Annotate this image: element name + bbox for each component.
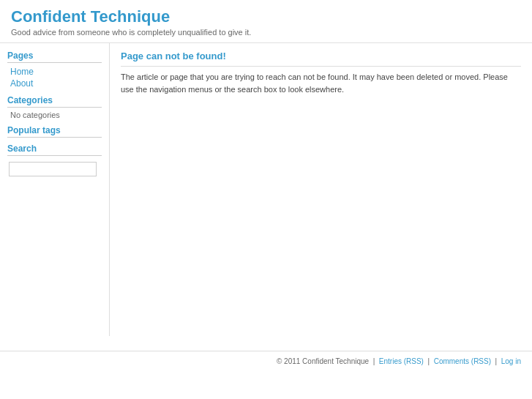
sidebar-categories-heading: Categories — [7, 95, 102, 108]
sidebar-item-home[interactable]: Home — [10, 66, 102, 78]
sidebar-search-heading: Search — [7, 143, 102, 156]
sidebar-popular-tags-heading: Popular tags — [7, 125, 102, 138]
search-input[interactable] — [9, 162, 97, 176]
sidebar-item-about[interactable]: About — [10, 78, 102, 89]
footer-entries-rss-link[interactable]: Entries (RSS) — [379, 357, 424, 365]
footer-comments-rss-link[interactable]: Comments (RSS) — [434, 357, 491, 365]
main-content: Page can not be found! The article or pa… — [110, 43, 532, 102]
sidebar-pages-heading: Pages — [7, 51, 102, 63]
footer-copyright: © 2011 Confident Technique — [277, 357, 369, 365]
sidebar: Pages Home About Categories No categorie… — [0, 43, 110, 336]
site-title-link[interactable]: Confident Technique — [11, 7, 170, 26]
site-header: Confident Technique Good advice from som… — [0, 0, 532, 43]
main-layout: Pages Home About Categories No categorie… — [0, 43, 532, 336]
error-message: The article or page that you are trying … — [121, 66, 521, 95]
footer-log-in-link[interactable]: Log in — [501, 357, 521, 365]
site-description: Good advice from someone who is complete… — [11, 28, 521, 37]
sidebar-no-categories: No categories — [10, 111, 102, 119]
error-title: Page can not be found! — [121, 51, 521, 61]
page-wrapper: Confident Technique Good advice from som… — [0, 0, 532, 399]
site-footer: © 2011 Confident Technique | Entries (RS… — [0, 351, 532, 371]
site-title: Confident Technique — [11, 7, 521, 26]
